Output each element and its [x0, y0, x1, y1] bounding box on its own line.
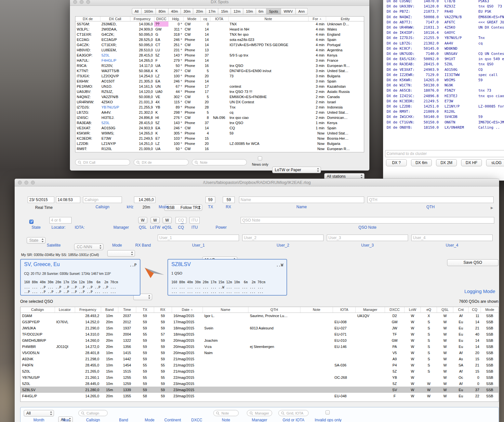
tab-all[interactable]: All — [132, 8, 141, 15]
column-header-cnt[interactable]: Cnt — [453, 307, 469, 313]
disclosure-arrow-icon[interactable]: ▶ — [491, 206, 493, 210]
cluster-button-dx6m[interactable]: DX 6m — [411, 159, 432, 166]
dx-spot-row[interactable]: EI6HW:AO150T21.305,0EA246 °Phone143 minS… — [75, 79, 364, 84]
user2-field[interactable] — [242, 235, 324, 241]
dx-spot-row[interactable]: UA9JBV:RZ9JZ,14.120,0UA044 °Phone17tnx Q… — [75, 89, 364, 94]
minimize-button[interactable] — [24, 181, 28, 185]
column-header-tx[interactable]: TX — [136, 307, 154, 313]
tab-20m[interactable]: 20m — [193, 8, 206, 15]
cq-zone-field[interactable] — [176, 217, 186, 224]
eqsl-status-button[interactable]: W — [163, 217, 172, 224]
qso-log-row[interactable]: V5/OD5LN28.401,810m1415595920/mag/2015Na… — [20, 350, 498, 356]
qso-log-row[interactable]: TF/DO2JX/P14.310,020m2004555718/mag/2015… — [20, 331, 498, 337]
column-header-frequency[interactable]: Frequency — [130, 17, 154, 21]
grid-iota-filter-search[interactable]: Grid, IOTA — [278, 410, 309, 416]
tab-12m[interactable]: 12m — [231, 8, 243, 15]
column-header-iota[interactable]: IOTA — [333, 307, 356, 313]
news-only-checkbox[interactable] — [258, 156, 262, 160]
tx-rst-field[interactable] — [206, 197, 215, 203]
qso-log-row[interactable]: YB7NUS/P21.260,115m1255555522/mag/2015OC… — [20, 374, 498, 380]
column-header-date[interactable]: Date˄ — [172, 307, 203, 313]
cluster-command-input[interactable] — [385, 150, 504, 157]
real-time-checkbox[interactable] — [29, 220, 33, 224]
tab-spots[interactable]: Spots — [266, 8, 281, 15]
manager-select[interactable] — [107, 250, 135, 257]
locator-field[interactable] — [49, 217, 72, 224]
itu-zone-field[interactable] — [190, 217, 200, 224]
dx-spot-row[interactable]: N4QWZ:VA2ZFN/B50.008,0VE302 °CW5EM66OK<E… — [75, 94, 364, 99]
user4-field[interactable] — [411, 235, 493, 241]
dx-spot-row[interactable]: G4CZK:CT1EXR;50.095,0CT251 °CW14IO71VA<E… — [75, 42, 364, 47]
qso-log-row[interactable]: JW9JKA21.290,015m1937595918/mag/2015Svei… — [20, 325, 498, 331]
column-header-qth[interactable]: QTH — [248, 307, 300, 313]
column-header-rx[interactable]: RX — [154, 307, 172, 313]
cluster-button-slog[interactable]: sLOG — [486, 159, 504, 166]
dx-spot-row[interactable]: R9CA:R120V,14.117,0UA50 °Phone16tnx QSO3… — [75, 63, 364, 68]
dx-spot-row[interactable]: HB9VID:LU8EEM,28.510,0LU231 °Phone134 mi… — [75, 47, 364, 53]
column-header-hdg[interactable]: Hdg. — [168, 17, 183, 21]
minimize-button[interactable] — [80, 0, 84, 4]
dx-spot-row[interactable]: RA3EAB:5Z0L28.415,05Z143 °Phone37tnx QSO… — [75, 120, 364, 125]
rx-rst-field[interactable] — [223, 197, 235, 203]
state-select[interactable]: State — [27, 237, 46, 244]
cluster-button-dx2m[interactable]: DX 2M — [436, 159, 457, 166]
dx-spot-row[interactable]: IT9JGX:LZ2OQV/P14.254,0LZ100 °Phone20733… — [75, 73, 364, 79]
column-header-cq[interactable]: cq — [200, 17, 210, 21]
qso-log-row[interactable]: GS3PYE/PIO76VL14.252,020m2012595917/mag/… — [20, 319, 498, 325]
time-field[interactable] — [56, 197, 80, 203]
close-button[interactable] — [73, 0, 77, 4]
dx-spot-row[interactable]: LB7ZG:AA4V.21.302,0K298 °Phone5cq2 minUn… — [75, 110, 364, 115]
column-header-name[interactable]: Name — [203, 307, 248, 313]
dx-spot-row[interactable]: PE1RMO:UN1O.14.161,5UN67 °Phone17contest… — [75, 84, 364, 89]
tab-15m[interactable]: 15m — [219, 8, 231, 15]
invalid-ops-checkbox[interactable] — [325, 410, 330, 415]
tab-wwv[interactable]: WWV — [281, 8, 296, 15]
dx-spot-row[interactable]: CT1EXR:G4CZK;50.095,0G318 °CW14TNX fer q… — [75, 32, 364, 37]
user1-field[interactable] — [158, 235, 239, 241]
dx-spot-row[interactable]: EA3GOP:5Z0L28.415,05Z143 °Phone375/9 5 u… — [75, 53, 364, 58]
note-search[interactable]: Note — [192, 159, 247, 165]
column-header-callsign[interactable]: Callsign — [20, 307, 55, 313]
iota-select[interactable]: CC-NNN — [74, 244, 103, 250]
column-header-eq[interactable]: eQ — [421, 307, 437, 313]
column-header-note[interactable]: Note — [300, 307, 333, 313]
dx-spot-row[interactable]: EC2AG:EC2AG/P28.525,0EA246 °Phone14sota … — [75, 37, 364, 42]
tab-10m[interactable]: 10m — [244, 8, 256, 15]
dx-spot-row[interactable]: IZ7DJS:YB7NUS/P21.255,9YB89 °Phone28Tnx2… — [75, 105, 364, 110]
tab-80m[interactable]: 80m — [156, 8, 168, 15]
dx-spot-row[interactable]: RM9T:R120L21.009,0UA50 °CW16NowEuropean … — [75, 146, 364, 151]
dx-spot-row[interactable]: KC3EDR:E73W21.249,5E7103 °Phone15NowBosn… — [75, 136, 364, 141]
note-filter-search[interactable]: Note — [213, 410, 239, 416]
zoom-button[interactable] — [31, 181, 35, 185]
qso-log-row[interactable]: GM/DH5JBR/P14.260,020m1322595920/mag/201… — [20, 337, 498, 343]
dx-de-search[interactable]: DX de — [134, 159, 189, 165]
column-header-dxcc[interactable]: DXCC — [154, 17, 168, 21]
tab-6m[interactable]: 6m — [256, 8, 266, 15]
qso-log-row[interactable]: 5Z0L28.445,010m1259595923/mag/20155ZWWWA… — [20, 380, 498, 387]
dx-spot-row[interactable]: HA7UL:F4HGL/P14.265,0F279 °Phone143 minF… — [75, 58, 364, 63]
cluster-button-dxhf[interactable]: DX HF — [461, 159, 482, 166]
column-header-qsl[interactable]: QSL — [437, 307, 453, 313]
qso-log-row[interactable]: P40FN28.455,010m1454555521/mag/2015SA-03… — [20, 362, 498, 368]
save-qso-button[interactable]: Save QSO — [447, 259, 498, 266]
qso-log-row[interactable]: PI4WBRJO11QI14.272,020m1356595920/mag/20… — [20, 343, 498, 350]
tab-160m[interactable]: 160m — [141, 8, 156, 15]
qth-field[interactable] — [367, 197, 494, 203]
qso-note-field[interactable] — [241, 217, 494, 224]
tab-ann[interactable]: Ann — [296, 8, 308, 15]
callsign-field[interactable] — [83, 197, 122, 203]
column-header-mode[interactable]: Mode — [183, 17, 200, 21]
dx-spot-row[interactable]: UR4RWW:4Z5KO21.031,34X115 °CW20UN DX Con… — [75, 99, 364, 105]
dx-spot-row[interactable]: W3LPL:2W0DAA,24.909,0GW311 °CW14Heard in… — [75, 27, 364, 32]
column-header-dxcc[interactable]: DXCC — [385, 307, 405, 313]
logging-mode-link[interactable]: Logging Mode — [444, 288, 495, 294]
column-header-for[interactable]: For˄ — [308, 17, 326, 21]
column-header-locator[interactable]: Locator — [55, 307, 75, 313]
dx-call-search[interactable]: DX Call — [75, 159, 130, 165]
dx-spot-row[interactable]: IZ4ISC:HI3TEJ.24.896,8HI276 °CW8NA-096tn… — [75, 115, 364, 120]
column-header-note[interactable]: Note — [228, 17, 308, 21]
user3-field[interactable] — [327, 235, 408, 241]
dx-spot-row[interactable]: LZ2DB:LZ1NY/P14.251,0LZ100 °Phone20LZ-00… — [75, 141, 364, 146]
qso-log-row[interactable]: SZ8LSV21.280,015m1339595923/mag/2015SVWW… — [20, 387, 498, 393]
tab-17m[interactable]: 17m — [206, 8, 218, 15]
